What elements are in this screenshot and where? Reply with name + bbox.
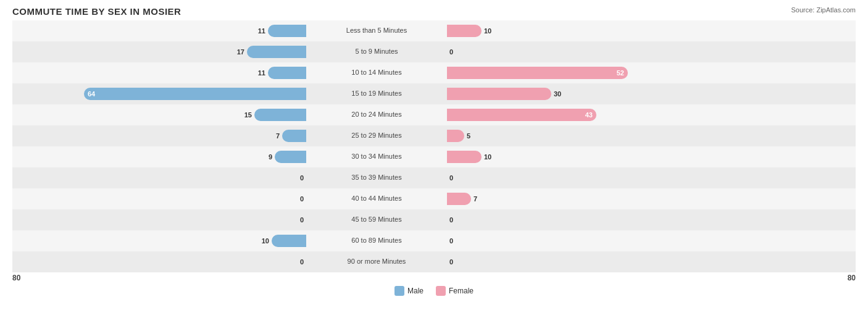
right-section: 0 [444, 235, 741, 247]
bar-row: 1520 to 24 Minutes43 [12, 104, 856, 125]
left-value: 0 [290, 195, 304, 203]
left-section: 15 [12, 109, 309, 121]
female-bar [447, 130, 464, 142]
left-section: 0 [12, 214, 309, 226]
legend-male-label: Male [407, 287, 424, 295]
female-bar [447, 25, 482, 37]
left-section: 0 [12, 172, 309, 184]
left-value: 7 [266, 132, 280, 140]
right-value: 0 [449, 237, 463, 245]
chart-container: COMMUTE TIME BY SEX IN MOSIER Source: Zi… [0, 0, 868, 323]
male-bar [275, 151, 306, 163]
female-bar: 43 [447, 109, 596, 121]
left-value: 0 [290, 258, 304, 266]
legend-male: Male [394, 286, 424, 296]
right-value-inside: 43 [582, 111, 596, 119]
female-bar: 52 [447, 67, 628, 79]
left-section: 64 [12, 88, 309, 100]
right-section: 0 [444, 256, 741, 268]
right-value: 30 [554, 90, 567, 98]
left-value: 10 [256, 237, 269, 245]
male-bar [272, 235, 306, 247]
legend-female-label: Female [449, 287, 474, 295]
chart-title: COMMUTE TIME BY SEX IN MOSIER [12, 6, 856, 17]
left-value: 15 [238, 111, 252, 119]
right-value: 0 [449, 48, 463, 56]
bar-row: 1060 to 89 Minutes0 [12, 230, 856, 251]
male-bar [254, 109, 306, 121]
right-value: 0 [449, 258, 463, 266]
left-section: 11 [12, 67, 309, 79]
bar-label: 40 to 44 Minutes [309, 195, 444, 203]
bar-label: 90 or more Minutes [309, 258, 444, 266]
left-section: 0 [12, 256, 309, 268]
left-value: 11 [252, 69, 265, 77]
rows-area: 11Less than 5 Minutes10175 to 9 Minutes0… [12, 20, 856, 272]
left-value: 0 [290, 174, 304, 182]
left-value: 17 [231, 48, 244, 56]
right-section: 10 [444, 25, 741, 37]
bar-row: 090 or more Minutes0 [12, 251, 856, 272]
bar-label: Less than 5 Minutes [309, 27, 444, 35]
bar-label: 25 to 29 Minutes [309, 132, 444, 140]
right-section: 43 [444, 109, 741, 121]
bar-row: 725 to 29 Minutes5 [12, 125, 856, 146]
bar-label: 20 to 24 Minutes [309, 111, 444, 119]
bar-row: 040 to 44 Minutes7 [12, 188, 856, 209]
bar-row: 175 to 9 Minutes0 [12, 41, 856, 62]
right-value: 10 [484, 27, 498, 35]
legend-female-box [436, 286, 446, 296]
female-bar [447, 193, 471, 205]
bar-row: 11Less than 5 Minutes10 [12, 20, 856, 41]
legend: Male Female [12, 286, 856, 296]
bar-label: 5 to 9 Minutes [309, 48, 444, 56]
male-bar: 64 [84, 88, 306, 100]
left-section: 9 [12, 151, 309, 163]
right-section: 0 [444, 214, 741, 226]
left-value: 9 [259, 153, 272, 161]
bar-label: 10 to 14 Minutes [309, 69, 444, 77]
bar-label: 45 to 59 Minutes [309, 216, 444, 224]
axis-label-left: 80 [12, 274, 20, 282]
left-section: 10 [12, 235, 309, 247]
bar-label: 35 to 39 Minutes [309, 174, 444, 182]
left-section: 17 [12, 46, 309, 58]
source-text: Source: ZipAtlas.com [791, 6, 856, 14]
right-section: 7 [444, 193, 741, 205]
male-bar [247, 46, 306, 58]
bar-label: 60 to 89 Minutes [309, 237, 444, 245]
female-bar [447, 88, 551, 100]
male-bar [268, 67, 306, 79]
right-value-inside: 52 [613, 69, 628, 77]
female-bar [447, 151, 482, 163]
bar-row: 035 to 39 Minutes0 [12, 167, 856, 188]
bar-row: 1110 to 14 Minutes52 [12, 62, 856, 83]
bar-row: 045 to 59 Minutes0 [12, 209, 856, 230]
axis-label-right: 80 [848, 274, 856, 282]
bar-row: 6415 to 19 Minutes30 [12, 83, 856, 104]
right-section: 52 [444, 67, 741, 79]
bar-label: 30 to 34 Minutes [309, 153, 444, 161]
left-value: 11 [252, 27, 265, 35]
right-value: 10 [484, 153, 498, 161]
male-bar [268, 25, 306, 37]
right-section: 30 [444, 88, 741, 100]
left-value: 0 [290, 216, 304, 224]
right-section: 0 [444, 172, 741, 184]
legend-male-box [394, 286, 404, 296]
left-section: 11 [12, 25, 309, 37]
male-bar [282, 130, 306, 142]
legend-female: Female [436, 286, 474, 296]
bar-label: 15 to 19 Minutes [309, 90, 444, 98]
bar-row: 930 to 34 Minutes10 [12, 146, 856, 167]
left-value-inside: 64 [84, 90, 99, 98]
left-section: 7 [12, 130, 309, 142]
right-value: 0 [449, 174, 463, 182]
axis-labels: 80 80 [12, 274, 856, 282]
right-section: 5 [444, 130, 741, 142]
right-section: 0 [444, 46, 741, 58]
right-value: 7 [474, 195, 487, 203]
right-section: 10 [444, 151, 741, 163]
left-section: 0 [12, 193, 309, 205]
right-value: 0 [449, 216, 463, 224]
